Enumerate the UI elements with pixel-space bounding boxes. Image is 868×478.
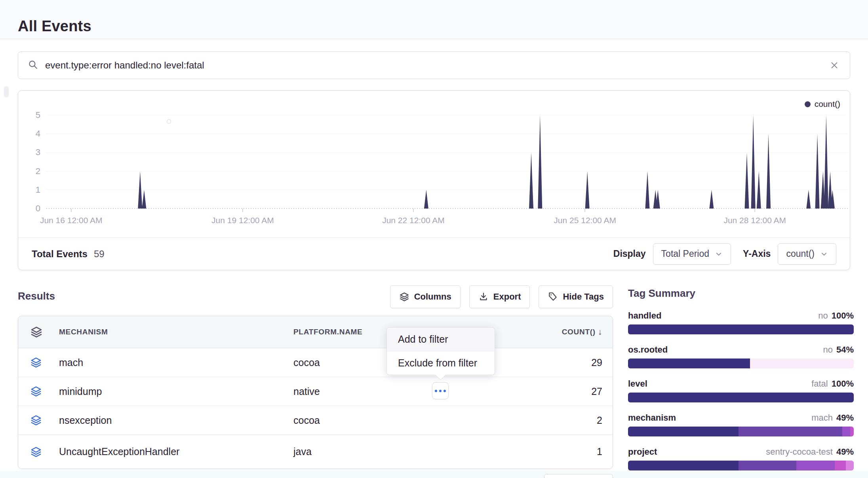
tag-bar-segment xyxy=(739,427,842,436)
display-dropdown[interactable]: Total Period xyxy=(653,243,731,265)
tag-label-row: mechanismmach49% xyxy=(628,413,854,423)
tag-name: handled xyxy=(628,311,661,321)
cell-count[interactable]: 29 xyxy=(591,357,613,368)
y-axis-tick-label: 2 xyxy=(18,167,40,176)
table-row: nsexceptioncocoa2 xyxy=(18,406,613,435)
download-icon xyxy=(478,292,489,302)
tag-value: no xyxy=(818,311,828,321)
button-label: Export xyxy=(493,292,521,302)
x-axis-tick-label: Jun 28 12:00 AM xyxy=(723,216,786,225)
stack-icon xyxy=(18,446,59,458)
tag-block-handled: handledno100% xyxy=(628,311,854,334)
yaxis-dropdown[interactable]: count() xyxy=(778,243,836,265)
count-spike xyxy=(824,115,828,209)
count-spike xyxy=(538,115,542,209)
tag-name: project xyxy=(628,447,657,457)
chart-legend-count[interactable]: count() xyxy=(805,99,840,109)
tag-percentage: 54% xyxy=(836,345,854,355)
chart-y-axis-labels: 012345 xyxy=(18,115,40,209)
tag-label-row: handledno100% xyxy=(628,311,854,321)
tag-bar-segment xyxy=(835,461,846,470)
cell-mechanism[interactable]: nsexception xyxy=(59,415,293,426)
tag-label-row: os.rootedno54% xyxy=(628,345,854,355)
button-label: Columns xyxy=(414,292,451,302)
tag-distribution-bar[interactable] xyxy=(628,358,854,368)
tag-block-os-rooted: os.rootedno54% xyxy=(628,345,854,368)
tag-bar-segment xyxy=(842,427,850,436)
cell-mechanism[interactable]: UncaughtExceptionHandler xyxy=(59,446,293,457)
export-button[interactable]: Export xyxy=(469,285,530,308)
tag-summary-panel: Tag Summary handledno100%os.rootedno54%l… xyxy=(628,287,854,478)
results-table: MECHANISM PLATFORM.NAME COUNT() ↓ machco… xyxy=(18,316,613,469)
scroll-indicator xyxy=(4,86,9,97)
search-input[interactable]: event.type:error handled:no level:fatal xyxy=(18,51,850,79)
tag-value: mach xyxy=(811,413,833,423)
y-axis-tick-label: 4 xyxy=(18,129,40,138)
tag-distribution-bar[interactable] xyxy=(628,461,854,470)
clear-search-button[interactable] xyxy=(827,58,842,73)
tag-bar-segment xyxy=(850,427,854,436)
tag-top-value: sentry-cocoa-test49% xyxy=(766,447,854,457)
tag-block-project: projectsentry-cocoa-test49% xyxy=(628,447,854,470)
tag-value: no xyxy=(823,345,832,355)
cell-count[interactable]: 27 xyxy=(591,386,613,397)
cell-platform-name[interactable]: native xyxy=(293,386,522,397)
stack-icon xyxy=(399,292,409,302)
event-count-chart xyxy=(46,115,848,212)
cell-mechanism[interactable]: mach xyxy=(59,357,293,368)
top-bar: All Events xyxy=(0,0,868,39)
menu-item-exclude-from-filter[interactable]: Exclude from filter xyxy=(387,351,495,375)
tag-distribution-bar[interactable] xyxy=(628,427,854,436)
sort-desc-icon: ↓ xyxy=(598,327,602,337)
pagination-control[interactable] xyxy=(544,474,613,478)
count-spike xyxy=(529,152,533,209)
display-label: Display xyxy=(613,248,646,259)
hide-tags-button[interactable]: Hide Tags xyxy=(539,285,613,308)
page-footer-strip xyxy=(0,471,868,478)
tag-block-level: levelfatal100% xyxy=(628,379,854,402)
chevron-down-icon xyxy=(820,250,828,258)
y-axis-tick-label: 3 xyxy=(18,148,40,157)
menu-item-add-to-filter[interactable]: Add to filter xyxy=(387,328,495,351)
tag-bar-segment xyxy=(796,461,835,470)
columns-button[interactable]: Columns xyxy=(390,285,461,308)
all-events-page: All Events event.type:error handled:no l… xyxy=(0,0,868,478)
x-axis-tick-label: Jun 25 12:00 AM xyxy=(554,216,616,225)
tag-bar-segment xyxy=(750,358,854,368)
cell-platform-name[interactable]: java xyxy=(293,446,522,457)
column-header-count[interactable]: COUNT() ↓ xyxy=(562,327,613,337)
tag-block-mechanism: mechanismmach49% xyxy=(628,413,854,436)
total-events-label: Total Events xyxy=(32,248,88,260)
tag-bar-segment xyxy=(628,461,739,470)
yaxis-dropdown-value: count() xyxy=(786,248,815,259)
tag-bar-segment xyxy=(846,461,854,470)
cell-actions-button[interactable] xyxy=(432,382,449,399)
button-label: Hide Tags xyxy=(563,292,604,302)
cell-count[interactable]: 1 xyxy=(597,446,613,457)
events-chart-card: count() 012345 Jun 16 12:00 AMJun 19 12:… xyxy=(18,90,850,270)
cell-platform-name[interactable]: cocoa xyxy=(293,415,522,426)
y-axis-tick-label: 5 xyxy=(18,110,40,120)
count-spike xyxy=(709,190,714,209)
ellipsis-icon xyxy=(435,390,437,392)
cell-count[interactable]: 2 xyxy=(597,415,613,426)
chevron-down-icon xyxy=(715,250,723,258)
stack-icon xyxy=(18,414,59,426)
tag-name: mechanism xyxy=(628,413,676,423)
tag-distribution-bar[interactable] xyxy=(628,324,854,334)
yaxis-label: Y-Axis xyxy=(743,248,771,259)
search-query-text[interactable]: event.type:error handled:no level:fatal xyxy=(45,60,827,71)
tag-icon xyxy=(548,292,558,302)
count-spike xyxy=(142,190,146,209)
stack-icon[interactable] xyxy=(18,326,59,338)
column-header-mechanism[interactable]: MECHANISM xyxy=(59,328,293,336)
table-row: minidumpnative27 xyxy=(18,377,613,406)
tag-bar-segment xyxy=(628,427,739,436)
tag-percentage: 100% xyxy=(832,379,854,389)
cell-mechanism[interactable]: minidump xyxy=(59,386,293,397)
tag-bar-segment xyxy=(628,358,750,368)
tag-name: os.rooted xyxy=(628,345,668,355)
tag-name: level xyxy=(628,379,647,389)
tag-distribution-bar[interactable] xyxy=(628,393,854,402)
tag-label-row: levelfatal100% xyxy=(628,379,854,389)
